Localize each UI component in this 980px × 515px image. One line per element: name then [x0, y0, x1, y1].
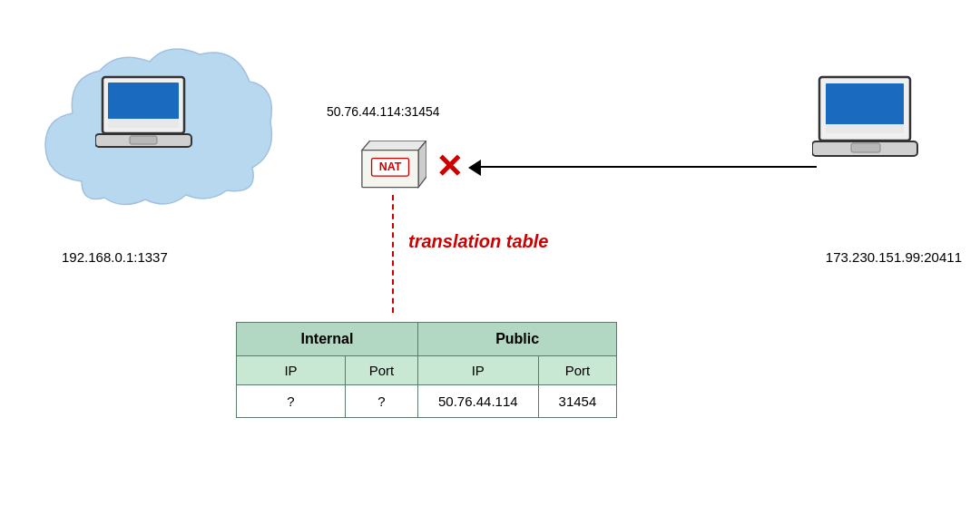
right-laptop-icon: [812, 73, 921, 163]
svg-rect-14: [826, 124, 904, 133]
dotted-connector-line: [392, 195, 394, 313]
public-port-value: 31454: [538, 385, 617, 418]
nat-ip-label: 50.76.44.114:31454: [327, 104, 440, 119]
svg-rect-3: [130, 136, 157, 144]
public-ip-col-header: IP: [418, 356, 539, 385]
diagram: 192.168.0.1:1337 50.76.44.114:31454 NAT …: [0, 0, 980, 515]
svg-rect-13: [851, 143, 880, 152]
internal-port-value: ?: [346, 385, 418, 418]
internal-ip-col-header: IP: [237, 356, 346, 385]
arrow-head: [468, 160, 481, 176]
svg-rect-4: [108, 119, 179, 128]
svg-text:NAT: NAT: [379, 160, 402, 173]
translation-table: Internal Public IP Port IP Port ? ? 50.7…: [236, 322, 617, 418]
internal-ip-value: ?: [237, 385, 346, 418]
public-port-col-header: Port: [538, 356, 617, 385]
svg-marker-5: [362, 141, 426, 151]
public-group-header: Public: [418, 323, 617, 356]
x-blocked-icon: ✕: [436, 148, 463, 186]
translation-table-label: translation table: [408, 231, 548, 252]
public-ip-value: 50.76.44.114: [418, 385, 539, 418]
internal-port-col-header: Port: [346, 356, 418, 385]
arrow-line: [472, 166, 817, 168]
right-ip-label: 173.230.151.99:20411: [826, 249, 962, 265]
internal-group-header: Internal: [237, 323, 418, 356]
left-ip-label: 192.168.0.1:1337: [62, 249, 168, 265]
left-laptop-icon: [95, 73, 195, 154]
table-subheader-row: IP Port IP Port: [237, 356, 617, 385]
table-header-row: Internal Public: [237, 323, 617, 356]
nat-device: NAT: [354, 141, 426, 190]
table-data-row: ? ? 50.76.44.114 31454: [237, 385, 617, 418]
